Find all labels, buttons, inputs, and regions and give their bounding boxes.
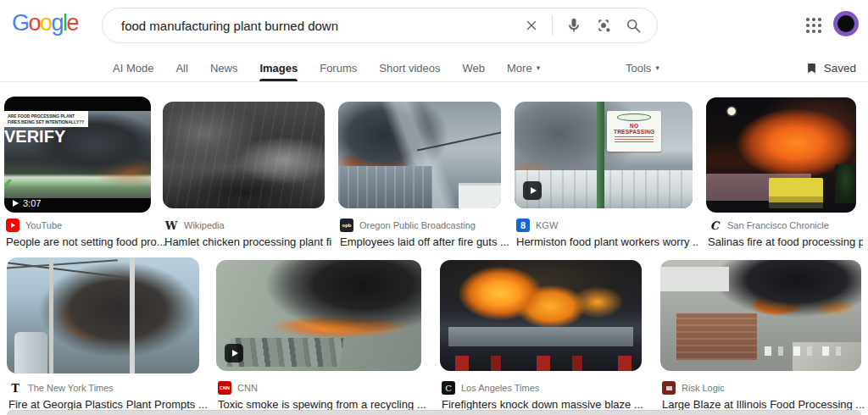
tools-button[interactable]: Tools▾ — [626, 54, 659, 81]
source-name: Los Angeles Times — [461, 383, 539, 393]
image-result-card: CNN CNN Toxic smoke is spewing from a re… — [216, 257, 428, 410]
result-source[interactable]: C San Francisco Chronicle — [708, 219, 863, 232]
risk-logic-favicon — [662, 381, 676, 395]
result-thumbnail[interactable] — [660, 260, 861, 371]
burning-warehouse — [448, 327, 634, 347]
video-overlay-text: ARE FOOD PROCESSING PLANT FIRES BEING SE… — [4, 111, 88, 127]
result-title[interactable]: Salinas fire at food processing pl... — [708, 235, 863, 248]
result-title[interactable]: Hermiston food plant workers worry ... — [516, 235, 698, 248]
tab-more[interactable]: More▾ — [507, 54, 540, 81]
tab-ai-mode[interactable]: AI Mode — [113, 54, 153, 81]
tab-short-videos[interactable]: Short videos — [379, 54, 440, 81]
results-tab-bar: AI Mode All News Images Forums Short vid… — [0, 54, 868, 82]
result-source[interactable]: C Los Angeles Times — [442, 381, 648, 395]
image-result-card: C San Francisco Chronicle Salinas fire a… — [706, 97, 863, 246]
result-source[interactable]: 8 KGW — [516, 219, 698, 232]
result-source[interactable]: T The New York Times — [8, 381, 210, 395]
nyt-favicon: T — [8, 381, 22, 395]
wikipedia-favicon: W — [164, 219, 178, 232]
fire-trucks — [440, 356, 642, 371]
result-thumbnail-video[interactable]: ARE FOOD PROCESSING PLANT FIRES BEING SE… — [4, 97, 151, 213]
tab-forums[interactable]: Forums — [320, 54, 357, 81]
cnn-favicon: CNN — [218, 381, 231, 395]
video-duration: 3:07 — [13, 198, 41, 208]
bulldozer — [769, 178, 823, 208]
image-result-card: Risk Logic Large Blaze at Illinois Food … — [660, 257, 868, 410]
sf-chronicle-favicon: C — [708, 219, 721, 232]
tab-web[interactable]: Web — [463, 54, 486, 81]
image-result-card: ARE FOOD PROCESSING PLANT FIRES BEING SE… — [4, 97, 165, 246]
result-thumbnail[interactable] — [338, 102, 501, 208]
no-trespassing-sign: NO TRESPASSING — [607, 111, 661, 152]
youtube-favicon — [6, 219, 19, 232]
brick-building — [676, 313, 757, 360]
logo-letter: o — [40, 10, 52, 36]
warehouse-roofs — [226, 338, 343, 367]
result-title[interactable]: Firefighters knock down massive blaze ..… — [442, 398, 648, 411]
white-building — [459, 183, 501, 208]
result-title[interactable]: Fire at Georgia Plastics Plant Prompts .… — [8, 398, 210, 411]
search-bar[interactable] — [102, 8, 658, 43]
result-thumbnail[interactable] — [706, 97, 856, 213]
result-title[interactable]: People are not setting food pro... — [6, 235, 167, 248]
shrub — [835, 164, 856, 203]
chevron-down-icon: ▾ — [655, 64, 659, 72]
source-name: Risk Logic — [682, 383, 725, 393]
google-lens-icon[interactable] — [595, 17, 612, 34]
image-result-card: C Los Angeles Times Firefighters knock d… — [440, 257, 648, 410]
result-title[interactable]: Large Blaze at Illinois Food Processing … — [662, 398, 865, 411]
logo-letter: e — [67, 10, 79, 36]
emergency-vehicles — [765, 346, 845, 355]
result-thumbnail-video[interactable] — [216, 260, 421, 371]
image-result-card: W Wikipedia Hamlet chicken processing pl… — [163, 97, 332, 246]
result-thumbnail-video[interactable]: NO TRESPASSING — [515, 102, 693, 208]
logo-letter: G — [12, 10, 29, 36]
tab-images[interactable]: Images — [259, 54, 298, 81]
result-thumbnail[interactable] — [7, 257, 199, 374]
source-name: Wikipedia — [184, 220, 225, 230]
tab-all[interactable]: All — [175, 54, 187, 81]
microphone-icon[interactable] — [565, 17, 582, 34]
next-row-thumbnails-peek — [7, 410, 861, 415]
result-source[interactable]: YouTube — [6, 219, 167, 232]
search-icon[interactable] — [625, 17, 642, 34]
google-apps-icon[interactable] — [806, 18, 821, 33]
storage-tank — [14, 332, 47, 374]
duration-text: 3:07 — [23, 198, 41, 208]
profile-avatar[interactable] — [833, 11, 859, 36]
tab-news[interactable]: News — [210, 54, 238, 81]
result-thumbnail[interactable] — [440, 260, 642, 371]
verify-watermark: ✓ VERIFY — [4, 127, 151, 147]
result-thumbnail[interactable] — [163, 102, 325, 208]
result-source[interactable]: Risk Logic — [662, 381, 865, 395]
source-name: San Francisco Chronicle — [727, 220, 829, 230]
play-icon — [225, 344, 243, 362]
result-source[interactable]: W Wikipedia — [164, 219, 332, 232]
google-logo[interactable]: Google — [12, 10, 78, 36]
sign-logo — [617, 113, 651, 121]
verify-check-icon: ✓ — [4, 174, 14, 197]
source-name: Oregon Public Broadcasting — [359, 220, 476, 230]
result-title[interactable]: Employees laid off after fire guts ... — [340, 235, 509, 248]
result-source[interactable]: CNN CNN — [218, 381, 428, 395]
source-name: KGW — [536, 220, 558, 230]
clear-icon[interactable] — [524, 18, 539, 33]
source-name: The New York Times — [28, 383, 114, 393]
tools-label: Tools — [626, 62, 651, 75]
saved-button[interactable]: Saved — [805, 54, 856, 81]
image-result-card: T The New York Times Fire at Georgia Pla… — [7, 257, 210, 410]
fire-crane — [417, 130, 501, 152]
source-name: YouTube — [25, 220, 62, 230]
result-source[interactable]: opb Oregon Public Broadcasting — [340, 219, 509, 232]
burning-building — [338, 166, 432, 208]
result-title[interactable]: Toxic smoke is spewing from a recycling … — [218, 398, 428, 411]
chevron-down-icon: ▾ — [537, 64, 541, 72]
kgw-favicon: 8 — [516, 219, 530, 232]
result-title[interactable]: Hamlet chicken processing plant fir... — [164, 235, 332, 248]
search-input[interactable] — [121, 19, 524, 33]
image-result-card: opb Oregon Public Broadcasting Employees… — [338, 97, 509, 246]
tab-more-label: More — [507, 62, 532, 75]
video-frame: ARE FOOD PROCESSING PLANT FIRES BEING SE… — [4, 111, 151, 198]
utility-pole — [130, 257, 135, 374]
sign-pole — [597, 102, 604, 208]
